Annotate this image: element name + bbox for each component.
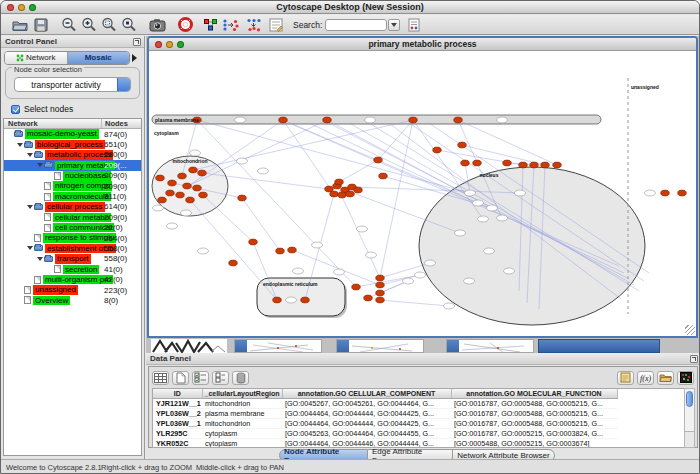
- frame-close-button[interactable]: [155, 41, 162, 48]
- select-nodes-checkbox[interactable]: [11, 105, 20, 114]
- scrollbar-thumb[interactable]: [686, 391, 693, 407]
- layout-a-icon[interactable]: [221, 16, 239, 33]
- open-attribute-file-icon[interactable]: [657, 371, 674, 385]
- table-cell[interactable]: [GO:0016787, GO:0005488, GO:0005215, G..…: [451, 398, 617, 408]
- attribute-table[interactable]: ID_cellularLayoutRegionannotation.GO CEL…: [152, 388, 685, 448]
- search-options-dropdown[interactable]: [388, 19, 400, 31]
- table-cell[interactable]: YPL036W__2: [153, 408, 202, 418]
- table-cell[interactable]: [GO:0045267, GO:0045261, GO:0044464, G..…: [282, 398, 451, 408]
- table-cell[interactable]: plasma membrane: [202, 408, 282, 418]
- minimized-window-thumbnail[interactable]: [446, 339, 534, 353]
- snapshot-icon[interactable]: [148, 16, 166, 33]
- save-icon[interactable]: [32, 16, 50, 33]
- tab-scroll-right-icon[interactable]: [132, 53, 141, 62]
- table-cell[interactable]: [GO:0045263, GO:0044464, GO:0044455, G..…: [282, 428, 451, 438]
- zoom-out-icon[interactable]: [60, 16, 78, 33]
- frame-zoom-button[interactable]: [177, 41, 184, 48]
- node-color-dropdown[interactable]: transporter activity: [14, 77, 131, 92]
- import-attributes-icon[interactable]: [405, 16, 423, 33]
- tree-row[interactable]: response to stimulu264(0): [4, 233, 141, 243]
- expand-arrow-icon[interactable]: [16, 140, 24, 150]
- help-icon[interactable]: [176, 16, 194, 33]
- tree-row[interactable]: macromolecule311(0): [4, 191, 141, 201]
- tree-row[interactable]: nucleobase-209(0): [4, 171, 141, 181]
- network-frame-titlebar[interactable]: primary metabolic process: [149, 38, 696, 51]
- bird-sketch-thumbnail[interactable]: [151, 339, 227, 353]
- table-column-header[interactable]: _cellularLayoutRegion: [202, 389, 282, 398]
- float-data-panel-icon[interactable]: [690, 355, 698, 363]
- table-cell[interactable]: mitochondrion: [202, 418, 282, 428]
- search-input[interactable]: [325, 19, 387, 31]
- tree-row[interactable]: unassigned223(0): [4, 285, 141, 295]
- tab-mosaic[interactable]: Mosaic: [68, 52, 130, 64]
- attribute-table-icon[interactable]: [152, 371, 169, 385]
- matrix-icon[interactable]: [677, 371, 694, 385]
- edit-attributes-icon[interactable]: [267, 16, 285, 33]
- expand-arrow-icon[interactable]: [36, 254, 44, 264]
- layout-b-icon[interactable]: [244, 16, 262, 33]
- table-cell[interactable]: YLR295C: [153, 428, 202, 438]
- float-panel-icon[interactable]: [133, 38, 141, 46]
- table-cell[interactable]: [GO:0044464, GO:0044444, GO:0044425, G..…: [282, 418, 451, 428]
- tree-row[interactable]: nitrogen compo209(0): [4, 181, 141, 191]
- tree-row[interactable]: secretion41(0): [4, 264, 141, 274]
- minimize-window-button[interactable]: [18, 4, 25, 11]
- table-row[interactable]: YPL036W__2plasma membrane[GO:0044464, GO…: [153, 408, 617, 418]
- table-cell[interactable]: YJR121W__1: [153, 398, 202, 408]
- formula-icon[interactable]: f(x): [637, 371, 654, 385]
- expand-arrow-icon[interactable]: [36, 160, 44, 170]
- table-column-header[interactable]: annotation.GO CELLULAR_COMPONENT: [282, 389, 451, 398]
- table-cell[interactable]: mitochondrion: [202, 398, 282, 408]
- minimized-window-thumbnail[interactable]: [336, 339, 424, 353]
- new-attribute-icon[interactable]: [172, 371, 189, 385]
- table-row[interactable]: YLR295Ccytoplasm[GO:0045263, GO:0044464,…: [153, 428, 617, 438]
- tree-column-nodes[interactable]: Nodes: [102, 119, 141, 128]
- attribute-table-scrollbar[interactable]: [684, 388, 695, 448]
- table-column-header[interactable]: annotation.GO MOLECULAR_FUNCTION: [451, 389, 617, 398]
- tree-row[interactable]: mosaic-demo-yeast874(0): [4, 129, 141, 139]
- expand-arrow-icon[interactable]: [26, 202, 34, 212]
- tree-column-network[interactable]: Network: [4, 119, 102, 128]
- unselect-attributes-icon[interactable]: [212, 371, 229, 385]
- tree-row[interactable]: metabolic process280(0): [4, 150, 141, 160]
- zoom-in-icon[interactable]: [80, 16, 98, 33]
- minimized-window-thumbnail[interactable]: [234, 339, 322, 353]
- zoom-window-button[interactable]: [29, 4, 36, 11]
- table-cell[interactable]: [GO:0044464, GO:0044444, GO:0044425, G..…: [282, 408, 451, 418]
- table-row[interactable]: YPL036W__1mitochondrion[GO:0044464, GO:0…: [153, 418, 617, 428]
- table-cell[interactable]: [GO:0016787, GO:0005215, GO:0003824, G..…: [451, 428, 617, 438]
- minimized-window-titlebar[interactable]: [538, 339, 660, 353]
- zoom-selected-icon[interactable]: [100, 16, 118, 33]
- frame-resize-grip[interactable]: [685, 325, 695, 335]
- scrollbar-arrows[interactable]: [685, 431, 694, 447]
- notes-icon[interactable]: [617, 371, 634, 385]
- tree-row[interactable]: primary metabo209(...: [4, 160, 141, 170]
- tree-row[interactable]: cellular process614(0): [4, 202, 141, 212]
- table-cell[interactable]: [GO:0016787, GO:0005488, GO:0005215, G..…: [451, 408, 617, 418]
- expand-arrow-icon[interactable]: [26, 150, 34, 160]
- tree-row[interactable]: cellular metabo209(0): [4, 212, 141, 222]
- table-row[interactable]: YJR121W__1mitochondrion[GO:0045267, GO:0…: [153, 398, 617, 408]
- tree-row[interactable]: transport558(0): [4, 254, 141, 264]
- frame-minimize-button[interactable]: [166, 41, 173, 48]
- table-cell[interactable]: [GO:0005488, GO:0005215, GO:0003674]: [451, 438, 617, 448]
- table-cell[interactable]: YPL036W__1: [153, 418, 202, 428]
- table-cell[interactable]: [GO:0016787, GO:0005488, GO:0005215, G..…: [451, 418, 617, 428]
- select-attributes-icon[interactable]: [192, 371, 209, 385]
- tree-row[interactable]: biological_process651(0): [4, 139, 141, 149]
- table-cell[interactable]: YKR052C: [153, 438, 202, 448]
- table-cell[interactable]: cytoplasm: [202, 438, 282, 448]
- tree-row[interactable]: Overview8(0): [4, 295, 141, 305]
- delete-attribute-icon[interactable]: [232, 371, 249, 385]
- network-canvas[interactable]: plasma membranecytoplasmmitochondrionnuc…: [149, 51, 696, 336]
- zoom-fit-icon[interactable]: [120, 16, 138, 33]
- close-window-button[interactable]: [7, 4, 14, 11]
- table-column-header[interactable]: ID: [153, 389, 202, 398]
- tree-row[interactable]: multi-organism pro42(0): [4, 274, 141, 284]
- table-cell[interactable]: cytoplasm: [202, 428, 282, 438]
- tab-network[interactable]: Network: [5, 52, 68, 64]
- open-icon[interactable]: [11, 16, 29, 33]
- expand-arrow-icon[interactable]: [26, 243, 34, 253]
- vizmapper-icon[interactable]: [201, 16, 219, 33]
- tree-row[interactable]: establishment of lo558(0): [4, 243, 141, 253]
